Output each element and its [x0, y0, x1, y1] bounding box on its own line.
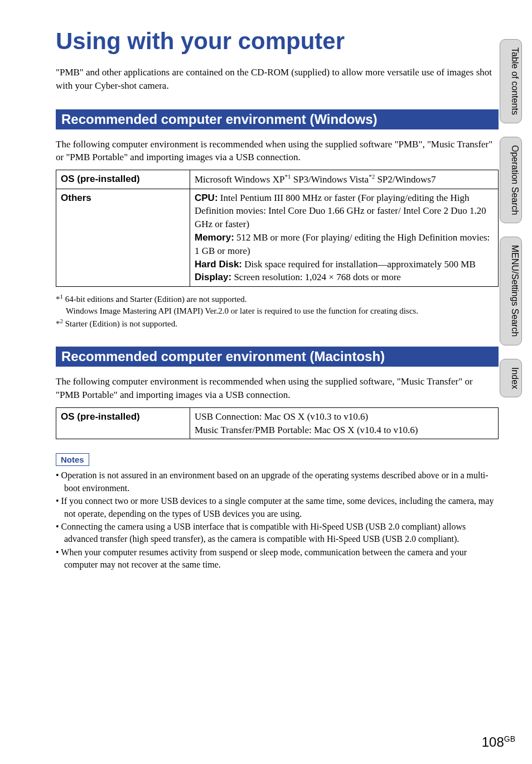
- intro-paragraph: "PMB" and other applications are contain…: [56, 66, 499, 93]
- cpu-label: CPU:: [195, 193, 218, 203]
- others-row-value: CPU: Intel Pentium III 800 MHz or faster…: [190, 189, 499, 287]
- foot2-text: Starter (Edition) is not supported.: [63, 319, 177, 328]
- section-intro-mac: The following computer environment is re…: [56, 375, 499, 402]
- note-item-0: Operation is not assured in an environme…: [56, 469, 499, 494]
- os-row-value: Microsoft Windows XP*1 SP3/Windows Vista…: [190, 170, 499, 189]
- harddisk-text: Disk space required for installation—app…: [242, 259, 476, 270]
- tab-menu-settings-search[interactable]: MENU/Settings Search: [500, 237, 522, 345]
- os-text-post: SP2/Windows7: [375, 174, 436, 185]
- note-item-1: If you connect two or more USB devices t…: [56, 495, 499, 520]
- page-lang: GB: [504, 734, 515, 743]
- cpu-text: Intel Pentium III 800 MHz or faster (For…: [195, 193, 486, 230]
- harddisk-label: Hard Disk:: [195, 259, 242, 270]
- os-row-label: OS (pre-installed): [56, 170, 190, 189]
- note-item-3: When your computer resumes activity from…: [56, 546, 499, 571]
- footnote-1: *1 64-bit editions and Starter (Edition)…: [56, 292, 499, 305]
- side-navigation-tabs: Table of contents Operation Search MENU/…: [500, 39, 522, 397]
- page-num-value: 108: [482, 734, 504, 749]
- note-item-2: Connecting the camera using a USB interf…: [56, 521, 499, 546]
- section-heading-mac: Recommended computer environment (Macint…: [56, 347, 499, 367]
- os-text-mid: SP3/Windows Vista: [291, 174, 369, 185]
- mac-os-row-label: OS (pre-installed): [56, 407, 190, 439]
- notes-heading: Notes: [56, 453, 89, 466]
- footnote-ref-1: *1: [284, 173, 291, 180]
- memory-text: 512 MB or more (For playing/ editing the…: [195, 232, 490, 256]
- display-text: Screen resolution: 1,024 × 768 dots or m…: [231, 272, 401, 282]
- tab-index[interactable]: Index: [500, 359, 522, 397]
- mac-os-row-value: USB Connection: Mac OS X (v10.3 to v10.6…: [190, 407, 499, 439]
- others-row-label: Others: [56, 189, 190, 287]
- mac-usb-line: USB Connection: Mac OS X (v10.3 to v10.6…: [195, 411, 368, 422]
- section-heading-windows: Recommended computer environment (Window…: [56, 109, 499, 129]
- footnote-ref-2: *2: [369, 173, 375, 180]
- tab-operation-search[interactable]: Operation Search: [500, 137, 522, 223]
- os-text-pre: Microsoft Windows XP: [195, 174, 284, 185]
- page-number: 108GB: [482, 734, 515, 750]
- mac-music-line: Music Transfer/PMB Portable: Mac OS X (v…: [195, 425, 418, 435]
- mac-requirements-table: OS (pre-installed) USB Connection: Mac O…: [56, 407, 499, 440]
- windows-requirements-table: OS (pre-installed) Microsoft Windows XP*…: [56, 170, 499, 287]
- windows-footnotes: *1 64-bit editions and Starter (Edition)…: [56, 292, 499, 330]
- foot1-text: 64-bit editions and Starter (Edition) ar…: [63, 295, 247, 304]
- foot1-star: *: [56, 295, 60, 304]
- section-intro-windows: The following computer environment is re…: [56, 138, 499, 165]
- footnote-2: *2 Starter (Edition) is not supported.: [56, 317, 499, 330]
- tab-table-of-contents[interactable]: Table of contents: [500, 39, 522, 123]
- notes-list: Operation is not assured in an environme…: [56, 469, 499, 571]
- foot2-star: *: [56, 319, 60, 328]
- display-label: Display:: [195, 272, 231, 282]
- page-title: Using with your computer: [56, 28, 499, 55]
- footnote-1-line2: Windows Image Mastering API (IMAPI) Ver.…: [56, 305, 499, 317]
- memory-label: Memory:: [195, 232, 234, 243]
